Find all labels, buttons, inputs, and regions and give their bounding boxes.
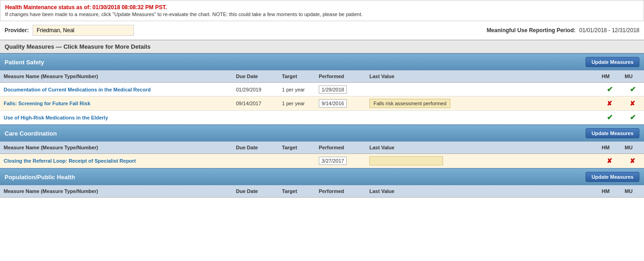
status-line: Health Maintenance status as of: 01/30/2…: [5, 4, 639, 11]
performed-cell: 1/29/2018: [315, 83, 366, 96]
mu-period: Meaningful Use Reporting Period: 01/01/2…: [487, 27, 639, 34]
provider-input[interactable]: [33, 25, 134, 36]
update-measures-btn-care-coordination[interactable]: Update Measures: [586, 128, 639, 138]
hm-cell: ✘: [598, 97, 621, 109]
col-header-1: Due Date: [232, 187, 278, 195]
col-header-3: Performed: [315, 143, 366, 152]
table-row: Documentation of Current Medications in …: [0, 83, 644, 96]
col-header-5: HM: [598, 72, 621, 80]
measure-link[interactable]: Falls: Screening for Future Fall Risk: [4, 101, 90, 106]
quality-section-title-bar: Quality Measures — Click Measure for Mor…: [0, 40, 644, 53]
last-value-cell: [366, 115, 598, 120]
measure-name-cell: Falls: Screening for Future Fall Risk: [0, 98, 232, 108]
hm-cell: ✔: [598, 111, 621, 124]
hm-cell: ✘: [598, 155, 621, 167]
col-header-6: MU: [621, 143, 644, 152]
measure-link[interactable]: Documentation of Current Medications in …: [4, 87, 151, 92]
last-value-cell: [366, 87, 598, 92]
last-value-box-empty: [369, 156, 443, 165]
col-header-6: MU: [621, 187, 644, 195]
cross-icon: ✘: [607, 100, 612, 107]
col-header-3: Performed: [315, 187, 366, 195]
mu-cell: ✘: [621, 155, 644, 167]
group-header-patient-safety: Patient Safety Update Measures: [0, 53, 644, 70]
col-header-1: Due Date: [232, 72, 278, 80]
last-value-cell: Falls risk assessment performed: [366, 96, 598, 110]
group-header-population-public-health: Population/Public Health Update Measures: [0, 168, 644, 185]
col-header-3: Performed: [315, 72, 366, 80]
measure-name-cell: Closing the Referral Loop: Receipt of Sp…: [0, 156, 232, 166]
col-header-4: Last Value: [366, 187, 598, 195]
performed-date-box: 1/29/2018: [319, 85, 347, 94]
target-cell: 1 per year: [278, 98, 315, 108]
performed-cell: 9/14/2016: [315, 97, 366, 110]
performed-date-box: 9/14/2016: [319, 99, 347, 108]
check-icon: ✔: [607, 113, 613, 122]
groups-container: Patient Safety Update Measures Measure N…: [0, 53, 644, 198]
table-row: Closing the Referral Loop: Receipt of Sp…: [0, 154, 644, 168]
cross-icon: ✘: [607, 157, 612, 165]
col-headers-population-public-health: Measure Name (Measure Type/Number)Due Da…: [0, 185, 644, 198]
due-date-cell: [232, 159, 278, 163]
measure-name-cell: Use of High-Risk Medications in the Elde…: [0, 113, 232, 123]
table-row: Falls: Screening for Future Fall Risk09/…: [0, 96, 644, 111]
col-header-2: Target: [278, 72, 315, 80]
col-header-0: Measure Name (Measure Type/Number): [0, 143, 232, 152]
last-value-cell: [366, 154, 598, 168]
mu-cell: ✘: [621, 97, 644, 109]
cross-icon: ✘: [630, 100, 635, 107]
col-header-6: MU: [621, 72, 644, 80]
performed-date-box: 3/27/2017: [319, 157, 347, 165]
col-header-4: Last Value: [366, 143, 598, 152]
col-header-0: Measure Name (Measure Type/Number): [0, 187, 232, 195]
top-notice: Health Maintenance status as of: 01/30/2…: [0, 0, 644, 21]
hm-cell: ✔: [598, 83, 621, 96]
cross-icon: ✘: [630, 157, 635, 165]
provider-label: Provider:: [5, 27, 29, 34]
col-header-0: Measure Name (Measure Type/Number): [0, 72, 232, 80]
col-headers-care-coordination: Measure Name (Measure Type/Number)Due Da…: [0, 142, 644, 154]
update-measures-btn-population-public-health[interactable]: Update Measures: [586, 172, 639, 182]
col-headers-patient-safety: Measure Name (Measure Type/Number)Due Da…: [0, 70, 644, 83]
group-header-care-coordination: Care Coordination Update Measures: [0, 125, 644, 142]
col-header-1: Due Date: [232, 143, 278, 152]
measure-name-cell: Documentation of Current Medications in …: [0, 85, 232, 95]
provider-row: Provider: Meaningful Use Reporting Perio…: [0, 21, 644, 40]
col-header-5: HM: [598, 143, 621, 152]
update-measures-btn-patient-safety[interactable]: Update Measures: [586, 57, 639, 67]
col-header-2: Target: [278, 187, 315, 195]
col-header-4: Last Value: [366, 72, 598, 80]
mu-cell: ✔: [621, 111, 644, 124]
mu-period-label: Meaningful Use Reporting Period:: [487, 27, 575, 34]
group-title-population-public-health: Population/Public Health: [5, 174, 75, 181]
performed-cell: 3/27/2017: [315, 154, 366, 167]
mu-cell: ✔: [621, 83, 644, 96]
group-title-patient-safety: Patient Safety: [5, 59, 44, 66]
check-icon: ✔: [630, 113, 636, 122]
mu-period-value: 01/01/2018 - 12/31/2018: [579, 27, 639, 34]
measure-link[interactable]: Closing the Referral Loop: Receipt of Sp…: [4, 158, 136, 164]
performed-cell: [315, 115, 366, 120]
measure-link[interactable]: Use of High-Risk Medications in the Elde…: [4, 115, 108, 120]
note-line: If changes have been made to a measure, …: [5, 11, 639, 17]
due-date-cell: [232, 115, 278, 120]
table-row: Use of High-Risk Medications in the Elde…: [0, 111, 644, 125]
target-cell: [278, 159, 315, 163]
target-cell: 1 per year: [278, 85, 315, 95]
last-value-box: Falls risk assessment performed: [369, 99, 450, 108]
due-date-cell: 01/29/2019: [232, 85, 278, 95]
check-icon: ✔: [630, 85, 636, 94]
check-icon: ✔: [607, 85, 613, 94]
target-cell: [278, 115, 315, 120]
group-title-care-coordination: Care Coordination: [5, 130, 57, 137]
due-date-cell: 09/14/2017: [232, 98, 278, 108]
col-header-5: HM: [598, 187, 621, 195]
col-header-2: Target: [278, 143, 315, 152]
